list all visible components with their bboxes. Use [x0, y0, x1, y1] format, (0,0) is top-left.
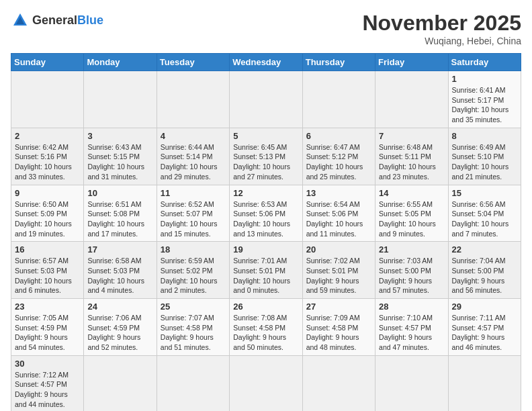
weekday-header-saturday: Saturday — [448, 54, 521, 71]
day-info: Sunrise: 7:01 AM Sunset: 5:01 PM Dayligh… — [233, 256, 298, 295]
weekday-header-monday: Monday — [84, 54, 157, 71]
day-number: 12 — [233, 188, 298, 198]
calendar-cell: 2Sunrise: 6:42 AM Sunset: 5:16 PM Daylig… — [11, 128, 84, 185]
calendar-cell: 4Sunrise: 6:44 AM Sunset: 5:14 PM Daylig… — [157, 128, 229, 185]
calendar-cell: 13Sunrise: 6:54 AM Sunset: 5:06 PM Dayli… — [302, 185, 375, 242]
weekday-header-thursday: Thursday — [302, 54, 375, 71]
day-info: Sunrise: 7:10 AM Sunset: 4:57 PM Dayligh… — [379, 313, 444, 353]
day-number: 21 — [379, 244, 444, 255]
day-number: 6 — [306, 131, 371, 141]
day-number: 10 — [87, 188, 152, 198]
calendar-cell: 27Sunrise: 7:09 AM Sunset: 4:58 PM Dayli… — [302, 299, 375, 356]
calendar-cell: 18Sunrise: 6:59 AM Sunset: 5:02 PM Dayli… — [157, 242, 229, 299]
day-info: Sunrise: 6:54 AM Sunset: 5:06 PM Dayligh… — [306, 199, 371, 239]
day-number: 3 — [87, 131, 152, 141]
calendar-cell: 7Sunrise: 6:48 AM Sunset: 5:11 PM Daylig… — [375, 128, 448, 185]
day-info: Sunrise: 6:48 AM Sunset: 5:11 PM Dayligh… — [379, 142, 444, 182]
day-number: 29 — [452, 302, 517, 312]
calendar-week-4: 23Sunrise: 7:05 AM Sunset: 4:59 PM Dayli… — [11, 299, 521, 356]
day-info: Sunrise: 6:44 AM Sunset: 5:14 PM Dayligh… — [161, 142, 226, 182]
day-info: Sunrise: 7:03 AM Sunset: 5:00 PM Dayligh… — [379, 256, 444, 295]
day-info: Sunrise: 7:08 AM Sunset: 4:58 PM Dayligh… — [233, 313, 298, 353]
calendar-cell: 29Sunrise: 7:11 AM Sunset: 4:57 PM Dayli… — [448, 299, 521, 356]
calendar-cell: 11Sunrise: 6:52 AM Sunset: 5:07 PM Dayli… — [157, 185, 229, 242]
day-info: Sunrise: 6:47 AM Sunset: 5:12 PM Dayligh… — [306, 142, 371, 182]
calendar-cell: 28Sunrise: 7:10 AM Sunset: 4:57 PM Dayli… — [375, 299, 448, 356]
day-number: 30 — [15, 359, 80, 369]
day-info: Sunrise: 7:09 AM Sunset: 4:58 PM Dayligh… — [306, 313, 371, 353]
weekday-row: SundayMondayTuesdayWednesdayThursdayFrid… — [11, 54, 521, 71]
day-number: 9 — [15, 188, 80, 198]
logo-icon — [11, 11, 30, 30]
calendar-cell: 3Sunrise: 6:43 AM Sunset: 5:15 PM Daylig… — [84, 128, 157, 185]
calendar-week-5: 30Sunrise: 7:12 AM Sunset: 4:57 PM Dayli… — [11, 355, 521, 411]
calendar-cell — [230, 71, 302, 128]
calendar-cell — [157, 71, 229, 128]
calendar-cell — [448, 355, 521, 411]
calendar-cell: 5Sunrise: 6:45 AM Sunset: 5:13 PM Daylig… — [230, 128, 302, 185]
calendar-cell: 26Sunrise: 7:08 AM Sunset: 4:58 PM Dayli… — [230, 299, 302, 356]
calendar-cell: 16Sunrise: 6:57 AM Sunset: 5:03 PM Dayli… — [11, 242, 84, 299]
calendar-subtitle: Wuqiang, Hebei, China — [362, 36, 521, 46]
day-info: Sunrise: 6:59 AM Sunset: 5:02 PM Dayligh… — [161, 256, 226, 295]
calendar-cell: 25Sunrise: 7:07 AM Sunset: 4:58 PM Dayli… — [157, 299, 229, 356]
calendar-cell — [84, 71, 157, 128]
calendar-cell — [11, 71, 84, 128]
day-info: Sunrise: 6:41 AM Sunset: 5:17 PM Dayligh… — [452, 85, 517, 125]
calendar-cell: 9Sunrise: 6:50 AM Sunset: 5:09 PM Daylig… — [11, 185, 84, 242]
day-info: Sunrise: 6:58 AM Sunset: 5:03 PM Dayligh… — [87, 256, 152, 295]
calendar-header: SundayMondayTuesdayWednesdayThursdayFrid… — [11, 54, 521, 71]
day-number: 24 — [87, 302, 152, 312]
calendar-cell: 17Sunrise: 6:58 AM Sunset: 5:03 PM Dayli… — [84, 242, 157, 299]
day-number: 22 — [452, 244, 517, 255]
day-number: 5 — [233, 131, 298, 141]
calendar-cell: 6Sunrise: 6:47 AM Sunset: 5:12 PM Daylig… — [302, 128, 375, 185]
day-number: 15 — [452, 188, 517, 198]
logo: GeneralBlue — [11, 11, 103, 30]
day-number: 26 — [233, 302, 298, 312]
calendar-cell — [84, 355, 157, 411]
day-number: 18 — [161, 244, 226, 255]
calendar-cell — [375, 355, 448, 411]
header: GeneralBlue November 2025 Wuqiang, Hebei… — [11, 11, 521, 46]
day-info: Sunrise: 6:55 AM Sunset: 5:05 PM Dayligh… — [379, 199, 444, 239]
calendar-cell — [302, 71, 375, 128]
day-number: 11 — [161, 188, 226, 198]
calendar-cell — [302, 355, 375, 411]
day-number: 13 — [306, 188, 371, 198]
day-number: 2 — [15, 131, 80, 141]
weekday-header-tuesday: Tuesday — [157, 54, 229, 71]
day-number: 4 — [161, 131, 226, 141]
calendar-cell: 15Sunrise: 6:56 AM Sunset: 5:04 PM Dayli… — [448, 185, 521, 242]
day-info: Sunrise: 6:53 AM Sunset: 5:06 PM Dayligh… — [233, 199, 298, 239]
day-info: Sunrise: 7:11 AM Sunset: 4:57 PM Dayligh… — [452, 313, 517, 353]
calendar-cell: 21Sunrise: 7:03 AM Sunset: 5:00 PM Dayli… — [375, 242, 448, 299]
day-number: 27 — [306, 302, 371, 312]
weekday-header-sunday: Sunday — [11, 54, 84, 71]
calendar-cell: 8Sunrise: 6:49 AM Sunset: 5:10 PM Daylig… — [448, 128, 521, 185]
weekday-header-friday: Friday — [375, 54, 448, 71]
day-number: 25 — [161, 302, 226, 312]
day-info: Sunrise: 6:42 AM Sunset: 5:16 PM Dayligh… — [15, 142, 80, 182]
day-number: 1 — [452, 74, 517, 84]
calendar-week-0: 1Sunrise: 6:41 AM Sunset: 5:17 PM Daylig… — [11, 71, 521, 128]
calendar-cell — [375, 71, 448, 128]
calendar-title: November 2025 — [362, 11, 521, 36]
logo-text-blue: Blue — [77, 13, 103, 27]
calendar-cell: 22Sunrise: 7:04 AM Sunset: 5:00 PM Dayli… — [448, 242, 521, 299]
day-info: Sunrise: 7:02 AM Sunset: 5:01 PM Dayligh… — [306, 256, 371, 295]
calendar-cell — [230, 355, 302, 411]
day-info: Sunrise: 7:12 AM Sunset: 4:57 PM Dayligh… — [15, 370, 80, 410]
day-info: Sunrise: 6:50 AM Sunset: 5:09 PM Dayligh… — [15, 199, 80, 239]
logo-text-general: General — [32, 13, 77, 27]
calendar-cell: 30Sunrise: 7:12 AM Sunset: 4:57 PM Dayli… — [11, 355, 84, 411]
day-info: Sunrise: 7:06 AM Sunset: 4:59 PM Dayligh… — [87, 313, 152, 353]
calendar-week-3: 16Sunrise: 6:57 AM Sunset: 5:03 PM Dayli… — [11, 242, 521, 299]
calendar-week-1: 2Sunrise: 6:42 AM Sunset: 5:16 PM Daylig… — [11, 128, 521, 185]
day-number: 20 — [306, 244, 371, 255]
calendar-cell: 23Sunrise: 7:05 AM Sunset: 4:59 PM Dayli… — [11, 299, 84, 356]
day-info: Sunrise: 6:45 AM Sunset: 5:13 PM Dayligh… — [233, 142, 298, 182]
day-number: 17 — [87, 244, 152, 255]
calendar-cell: 1Sunrise: 6:41 AM Sunset: 5:17 PM Daylig… — [448, 71, 521, 128]
day-number: 7 — [379, 131, 444, 141]
